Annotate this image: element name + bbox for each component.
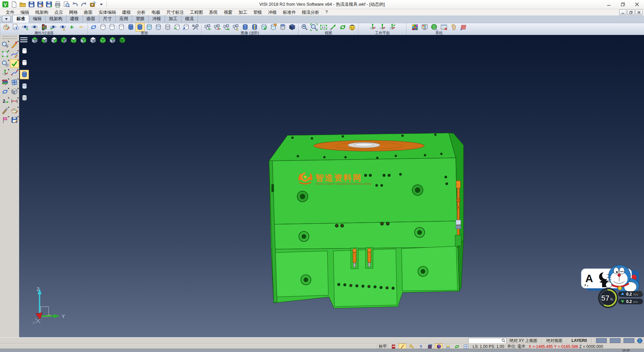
cylinder-refresh-icon[interactable] — [172, 23, 181, 32]
minimize-button[interactable] — [602, 0, 616, 9]
zoom-extents-icon[interactable] — [310, 23, 319, 32]
axes-mini-icon[interactable] — [1, 69, 10, 77]
viewport-3d[interactable]: 智造资料网 INTELLIGENT MANUFACTURING DATA Z Y… — [19, 35, 644, 337]
arrow-measure-icon[interactable] — [329, 23, 338, 32]
monitor-colors-icon[interactable] — [420, 23, 429, 32]
cylinder-blue-icon[interactable] — [126, 23, 135, 32]
color-grid-icon[interactable] — [410, 23, 420, 32]
rotate-view-icon[interactable] — [338, 23, 347, 32]
view-search-box[interactable] — [468, 338, 506, 344]
ribbon-tab-6[interactable]: 应用 — [116, 15, 132, 23]
percent-gauge[interactable]: 57 % — [598, 288, 618, 308]
tools-wrench-icon[interactable] — [191, 23, 200, 32]
cube-gray-icon[interactable] — [10, 87, 19, 96]
boxes-plus-minus-icon[interactable]: ± — [231, 23, 240, 32]
view-mode-label[interactable]: 绝对视图 — [546, 338, 562, 344]
menu-item-12[interactable]: 系统 — [206, 9, 221, 16]
ribbon-tab-8[interactable]: 冲模 — [149, 15, 165, 23]
cylinder-blue-selected-icon[interactable] — [136, 23, 145, 32]
menu-item-19[interactable]: ? — [322, 9, 331, 16]
eye-plus-minus-icon[interactable]: ± — [58, 23, 67, 32]
menu-item-15[interactable]: 塑模 — [250, 9, 265, 16]
ribbon-tab-2[interactable]: 线架构 — [46, 15, 66, 23]
visi-logo-icon[interactable]: V — [1, 1, 9, 8]
page-eye-icon[interactable] — [11, 23, 20, 32]
cylinder-dashed-icon[interactable] — [240, 23, 250, 32]
new-file-icon[interactable] — [10, 1, 18, 8]
plus-green-icon[interactable]: + — [68, 23, 77, 32]
eye-refresh-icon[interactable] — [49, 23, 58, 32]
workplane-iso-icon[interactable] — [368, 23, 377, 32]
mdi-restore-button[interactable] — [627, 9, 635, 15]
upload-speed-pill[interactable]: 0.2 K/s — [618, 291, 643, 297]
layer-swatch-1[interactable] — [596, 338, 607, 343]
cylinder-wire-3-icon[interactable] — [117, 23, 126, 32]
mdi-minimize-button[interactable] — [619, 9, 627, 15]
traffic-light-icon[interactable] — [39, 23, 48, 32]
redo-icon[interactable] — [80, 1, 88, 8]
zoom-plus-icon[interactable]: + — [300, 23, 309, 32]
undo-icon[interactable] — [71, 1, 79, 8]
cube-navy-icon[interactable] — [288, 23, 297, 32]
ribbon-tab-4[interactable]: 曲面 — [83, 15, 99, 23]
close-button[interactable] — [630, 0, 644, 9]
table-grid-icon[interactable] — [439, 23, 449, 32]
magnifier-gear-icon[interactable] — [1, 40, 10, 49]
cylinder-light-icon[interactable] — [154, 23, 163, 32]
ribbon-tab-7[interactable]: 塑膜 — [132, 15, 149, 23]
tab-dropdown-button[interactable] — [2, 16, 11, 22]
palette-edit-icon[interactable] — [2, 23, 11, 32]
menu-item-16[interactable]: 冲模 — [265, 9, 280, 16]
menu-item-13[interactable]: 视窗 — [221, 9, 235, 16]
screenshot-tool-icon[interactable] — [89, 1, 97, 8]
spline-blue-icon[interactable] — [10, 69, 19, 77]
check-green-icon[interactable] — [10, 59, 19, 68]
grid-red-icon[interactable] — [459, 23, 468, 32]
hand-select-icon[interactable] — [449, 23, 459, 32]
menu-item-17[interactable]: 标准件 — [280, 9, 299, 16]
refresh-arrows-icon[interactable] — [1, 87, 10, 96]
save-all-icon[interactable] — [45, 1, 53, 8]
save-edit-icon[interactable] — [10, 116, 19, 124]
cylinder-check-icon[interactable] — [260, 23, 269, 32]
workplane-flat-icon[interactable] — [378, 23, 387, 32]
desktop-helper-widget[interactable]: A — [579, 264, 644, 337]
ribbon-tab-10[interactable]: 模流 — [181, 15, 198, 23]
active-layer-label[interactable]: LAYER0 — [572, 338, 587, 343]
frame-green-icon[interactable] — [1, 50, 10, 58]
bookmark-pink-icon[interactable] — [1, 116, 10, 124]
cylinder-arrow-icon[interactable] — [182, 23, 191, 32]
pencil-delete-icon[interactable] — [10, 40, 19, 49]
ribbon-tab-1[interactable]: 编辑 — [29, 15, 46, 23]
mdi-close-button[interactable] — [635, 9, 643, 15]
save-icon[interactable] — [28, 1, 36, 8]
palette-brush-icon[interactable] — [10, 106, 19, 115]
print-icon[interactable] — [54, 1, 62, 8]
toolbar-options-dropdown-icon[interactable] — [97, 1, 105, 8]
layer-swatch-2[interactable] — [610, 338, 621, 343]
cylinder-flag-icon[interactable] — [269, 23, 278, 32]
boxes-traffic-icon[interactable] — [212, 23, 221, 32]
globe-icon[interactable] — [637, 338, 642, 343]
workplane-arrows-icon[interactable] — [387, 23, 397, 32]
curve-pencil-icon[interactable] — [10, 50, 19, 58]
restore-button[interactable] — [616, 0, 630, 9]
ribbon-tab-0[interactable]: 标准 — [12, 15, 29, 23]
ribbon-tab-9[interactable]: 加工 — [165, 15, 181, 23]
open-folder-icon[interactable] — [19, 1, 27, 8]
download-speed-pill[interactable]: 0.2 K/s — [618, 299, 643, 304]
cylinder-striped-icon[interactable] — [250, 23, 259, 32]
minus-yellow-icon[interactable]: − — [77, 23, 86, 32]
cylinder-wire-1-icon[interactable] — [99, 23, 108, 32]
cylinder-cyan-icon[interactable] — [145, 23, 154, 32]
menu-item-14[interactable]: 加工 — [235, 9, 250, 16]
view-reference-label[interactable]: 绝对 XY 上视图 — [509, 338, 537, 344]
books-palette-icon[interactable] — [1, 78, 10, 87]
cylinder-hatched-icon[interactable] — [163, 23, 172, 32]
boxes-plus-icon[interactable]: + — [203, 23, 212, 32]
ribbon-tab-3[interactable]: 建模 — [66, 15, 83, 23]
zoom-box-icon[interactable] — [1, 59, 10, 68]
zoom-one-to-one-icon[interactable]: 1:1 — [319, 23, 328, 32]
ribbon-tab-5[interactable]: 尺寸 — [99, 15, 116, 23]
refresh-blue-icon[interactable] — [89, 23, 98, 32]
